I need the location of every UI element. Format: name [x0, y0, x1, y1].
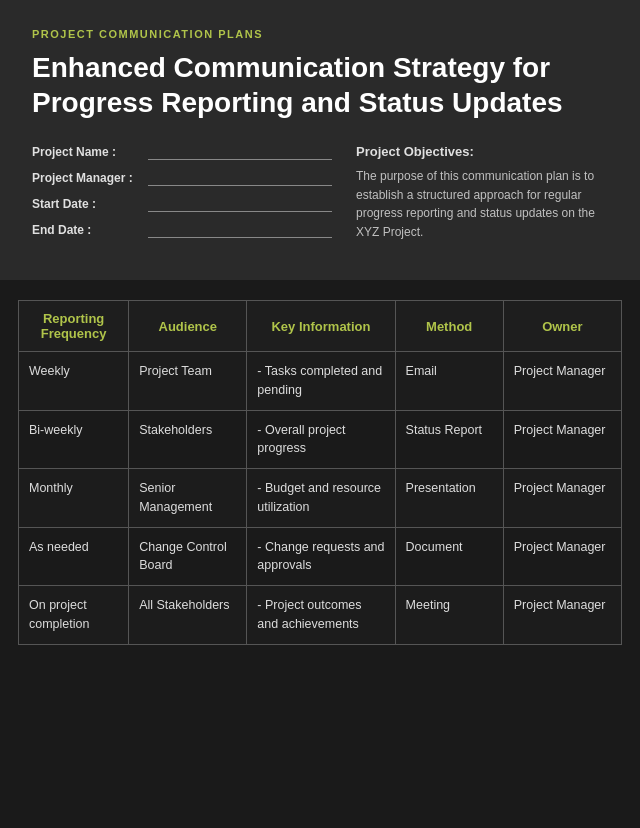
cell-audience-3: Change ControlBoard [129, 527, 247, 586]
project-objectives: Project Objectives: The purpose of this … [356, 144, 608, 241]
project-label: PROJECT COMMUNICATION PLANS [32, 28, 608, 40]
table-row: As neededChange ControlBoard- Change req… [19, 527, 622, 586]
table-row: On projectcompletionAll Stakeholders- Pr… [19, 586, 622, 645]
objectives-title: Project Objectives: [356, 144, 608, 159]
cell-owner-4: Project Manager [503, 586, 621, 645]
start-date-label: Start Date : [32, 197, 142, 211]
cell-keyinfo-0: - Tasks completed and pending [247, 352, 395, 411]
end-date-row: End Date : [32, 222, 332, 238]
cell-keyinfo-4: - Project outcomes and achievements [247, 586, 395, 645]
th-key-information: Key Information [247, 301, 395, 352]
cell-owner-0: Project Manager [503, 352, 621, 411]
table-body: WeeklyProject Team- Tasks completed and … [19, 352, 622, 645]
th-audience: Audience [129, 301, 247, 352]
header-section: PROJECT COMMUNICATION PLANS Enhanced Com… [0, 0, 640, 280]
cell-owner-2: Project Manager [503, 469, 621, 528]
main-title: Enhanced Communication Strategy for Prog… [32, 50, 608, 120]
cell-method-1: Status Report [395, 410, 503, 469]
project-name-line [148, 144, 332, 160]
communication-table: ReportingFrequency Audience Key Informat… [18, 300, 622, 645]
cell-freq-4: On projectcompletion [19, 586, 129, 645]
th-owner: Owner [503, 301, 621, 352]
cell-method-2: Presentation [395, 469, 503, 528]
cell-keyinfo-3: - Change requests and approvals [247, 527, 395, 586]
project-manager-row: Project Manager : [32, 170, 332, 186]
table-row: MonthlySeniorManagement- Budget and reso… [19, 469, 622, 528]
project-manager-line [148, 170, 332, 186]
th-method: Method [395, 301, 503, 352]
cell-audience-0: Project Team [129, 352, 247, 411]
cell-keyinfo-1: - Overall project progress [247, 410, 395, 469]
cell-method-3: Document [395, 527, 503, 586]
cell-audience-4: All Stakeholders [129, 586, 247, 645]
project-info-row: Project Name : Project Manager : Start D… [32, 144, 608, 248]
cell-audience-1: Stakeholders [129, 410, 247, 469]
cell-audience-2: SeniorManagement [129, 469, 247, 528]
project-name-row: Project Name : [32, 144, 332, 160]
cell-freq-1: Bi-weekly [19, 410, 129, 469]
cell-freq-2: Monthly [19, 469, 129, 528]
start-date-line [148, 196, 332, 212]
start-date-row: Start Date : [32, 196, 332, 212]
table-row: Bi-weeklyStakeholders- Overall project p… [19, 410, 622, 469]
cell-keyinfo-2: - Budget and resource utilization [247, 469, 395, 528]
cell-method-4: Meeting [395, 586, 503, 645]
end-date-label: End Date : [32, 223, 142, 237]
project-fields: Project Name : Project Manager : Start D… [32, 144, 332, 248]
cell-owner-1: Project Manager [503, 410, 621, 469]
project-name-label: Project Name : [32, 145, 142, 159]
table-header-row: ReportingFrequency Audience Key Informat… [19, 301, 622, 352]
table-section: ReportingFrequency Audience Key Informat… [0, 280, 640, 665]
project-manager-label: Project Manager : [32, 171, 142, 185]
cell-method-0: Email [395, 352, 503, 411]
cell-freq-0: Weekly [19, 352, 129, 411]
cell-freq-3: As needed [19, 527, 129, 586]
cell-owner-3: Project Manager [503, 527, 621, 586]
th-frequency: ReportingFrequency [19, 301, 129, 352]
objectives-text: The purpose of this communication plan i… [356, 167, 608, 241]
table-row: WeeklyProject Team- Tasks completed and … [19, 352, 622, 411]
end-date-line [148, 222, 332, 238]
